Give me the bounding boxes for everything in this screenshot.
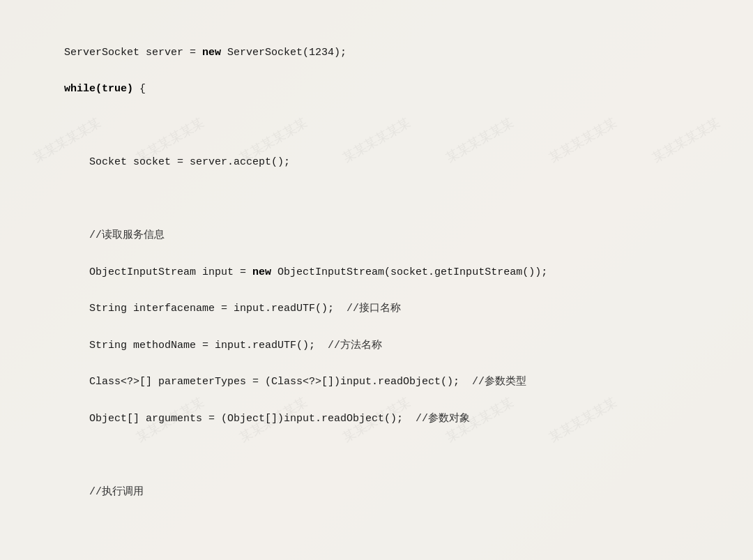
code-line-6: //读取服务信息 bbox=[14, 227, 739, 245]
code-line-14 bbox=[14, 520, 739, 538]
code-line-15: Class serviceinterfaceclass = Class.forN… bbox=[14, 557, 739, 561]
comment-interface-name: //接口名称 bbox=[347, 303, 401, 315]
code-line-2: while(true) { bbox=[14, 80, 739, 98]
code-line-13: //执行调用 bbox=[14, 483, 739, 501]
comment-arguments: //参数对象 bbox=[416, 413, 470, 425]
code-line-5 bbox=[14, 190, 739, 209]
code-line-12 bbox=[14, 446, 739, 464]
comment-read-service: //读取服务信息 bbox=[89, 229, 165, 241]
code-container: ServerSocket server = new ServerSocket(1… bbox=[0, 0, 753, 560]
code-line-11: Object[] arguments = (Object[])input.rea… bbox=[14, 410, 739, 428]
keyword-while: while(true) bbox=[64, 83, 133, 95]
code-block: ServerSocket server = new ServerSocket(1… bbox=[14, 7, 739, 560]
comment-method-name: //方法名称 bbox=[328, 340, 382, 351]
code-line-10: Class<?>[] parameterTypes = (Class<?>[])… bbox=[14, 373, 739, 391]
code-line-7: ObjectInputStream input = new ObjectInpu… bbox=[14, 264, 739, 282]
comment-param-types: //参数类型 bbox=[472, 376, 526, 388]
keyword-new-2: new bbox=[252, 266, 271, 278]
code-line-1: ServerSocket server = new ServerSocket(1… bbox=[14, 44, 739, 62]
code-line-3 bbox=[14, 117, 739, 135]
code-line-9: String methodName = input.readUTF(); //方… bbox=[14, 337, 739, 355]
code-line-8: String interfacename = input.readUTF(); … bbox=[14, 300, 739, 318]
code-line-4: Socket socket = server.accept(); bbox=[14, 153, 739, 172]
keyword-new-1: new bbox=[202, 47, 221, 59]
comment-execute-call: //执行调用 bbox=[89, 486, 144, 498]
